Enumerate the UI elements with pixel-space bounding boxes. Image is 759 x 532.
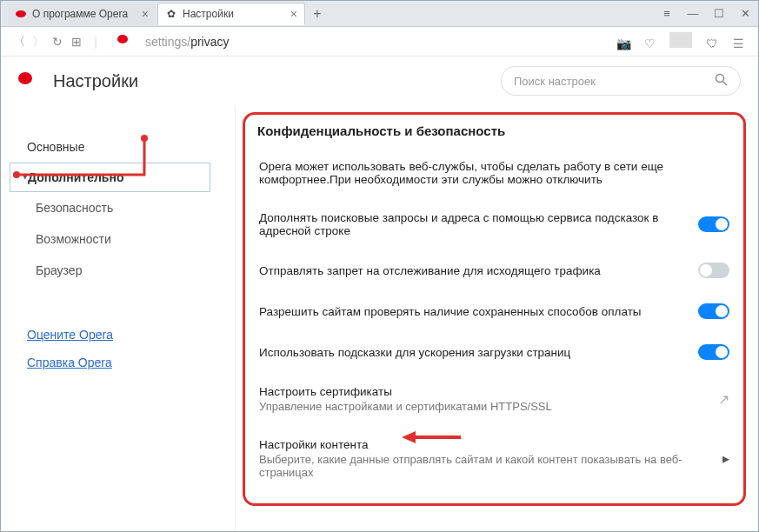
sidebar-item-label: Браузер: [36, 263, 82, 277]
forward-button[interactable]: 〉: [29, 34, 48, 50]
close-icon[interactable]: ×: [290, 7, 297, 21]
row-payments[interactable]: Разрешить сайтам проверять наличие сохра…: [254, 290, 735, 331]
new-tab-button[interactable]: +: [307, 3, 328, 24]
row-dnt[interactable]: Отправлять запрет на отслеживание для ис…: [254, 249, 735, 290]
sidebar-link-help[interactable]: Справка Opera: [1, 349, 235, 376]
sidebar-item-label: Безопасность: [36, 201, 113, 215]
opera-icon: [15, 8, 27, 20]
window-controls: ≡ — ☐ ✕: [654, 7, 758, 20]
row-text: Использовать подсказки для ускорения заг…: [259, 346, 681, 359]
svg-point-0: [716, 75, 724, 83]
row-suggest[interactable]: Дополнять поисковые запросы и адреса с п…: [254, 198, 735, 249]
close-button[interactable]: ✕: [732, 7, 758, 20]
maximize-button[interactable]: ☐: [706, 7, 732, 20]
panel-title: Конфиденциальность и безопасность: [254, 120, 735, 147]
sidebar-item-label: Оцените Opera: [27, 328, 113, 342]
toggle-suggest[interactable]: [698, 216, 729, 232]
url-prefix: settings/: [145, 35, 190, 49]
sidebar-item-advanced[interactable]: ▾ Дополнительно: [10, 163, 210, 192]
toggle-preload[interactable]: [698, 344, 729, 360]
privacy-panel: Конфиденциальность и безопасность Opera …: [243, 112, 746, 506]
settings-header: Настройки Поиск настроек: [1, 57, 758, 105]
row-text: Opera может использовать веб-службы, что…: [259, 160, 712, 186]
search-placeholder: Поиск настроек: [514, 75, 715, 88]
settings-content: Конфиденциальность и безопасность Opera …: [236, 105, 758, 532]
external-link-icon: ↗: [718, 391, 729, 408]
search-icon: [715, 73, 728, 89]
chevron-right-icon: ▸: [722, 450, 729, 467]
url-display[interactable]: settings/privacy: [145, 35, 612, 49]
settings-sidebar: Основные ▾ Дополнительно Безопасность Во…: [1, 105, 236, 532]
row-content-settings[interactable]: Настройки контента Выберите, какие данны…: [254, 425, 735, 491]
minimize-button[interactable]: —: [680, 7, 706, 20]
sidebar-link-rate[interactable]: Оцените Opera: [1, 321, 235, 349]
opera-icon: [117, 32, 136, 51]
tab-label: Настройки: [183, 8, 285, 20]
sidebar-item-label: Дополнительно: [28, 170, 123, 184]
sidebar-item-label: Основные: [27, 140, 84, 154]
annotation-arrow: [402, 428, 463, 447]
svg-line-1: [723, 82, 727, 85]
row-title: Настроить сертификаты: [259, 385, 692, 398]
sidebar-item-basic[interactable]: Основные: [1, 131, 235, 163]
row-certificates[interactable]: Настроить сертификаты Управление настрой…: [254, 372, 735, 425]
tab-settings[interactable]: ✿ Настройки ×: [157, 3, 305, 25]
tab-strip: О программе Opera × ✿ Настройки × + ≡ — …: [1, 1, 758, 27]
gear-icon: ✿: [165, 8, 177, 20]
search-input[interactable]: Поиск настроек: [501, 66, 741, 96]
speed-dial-button[interactable]: ⊞: [67, 35, 86, 49]
sidebar-item-browser[interactable]: Браузер: [1, 255, 235, 286]
row-subtitle: Управление настройками и сертификатами H…: [259, 400, 692, 413]
tab-label: О программе Opera: [32, 8, 136, 20]
sidebar-item-label: Возможности: [36, 232, 111, 246]
close-icon[interactable]: ×: [142, 7, 149, 21]
row-text: Дополнять поисковые запросы и адреса с п…: [259, 211, 681, 237]
snapshot-icon[interactable]: 📷: [612, 37, 635, 50]
opera-logo: [18, 69, 43, 93]
row-title: Настройки контента: [259, 438, 696, 451]
toggle-dnt[interactable]: [698, 263, 729, 278]
heart-icon[interactable]: ♡: [638, 37, 661, 50]
reload-button[interactable]: ↻: [48, 35, 67, 49]
row-intro: Opera может использовать веб-службы, что…: [254, 147, 735, 198]
separator: [669, 32, 692, 48]
address-bar: 〈 〉 ↻ ⊞ | settings/privacy 📷 ♡ 🛡 ☰: [1, 27, 758, 57]
toggle-payments[interactable]: [698, 303, 729, 319]
sidebar-item-features[interactable]: Возможности: [1, 223, 235, 255]
tab-about-opera[interactable]: О программе Opera ×: [8, 3, 156, 25]
caret-down-icon: ▾: [23, 170, 28, 182]
sidebar-item-label: Справка Opera: [27, 356, 112, 369]
page-title: Настройки: [53, 71, 138, 91]
menu-icon[interactable]: ≡: [654, 7, 680, 20]
easy-setup-icon[interactable]: ☰: [727, 37, 749, 50]
row-text: Разрешить сайтам проверять наличие сохра…: [259, 305, 681, 318]
url-path: privacy: [190, 35, 229, 49]
svg-marker-5: [402, 431, 416, 443]
row-text: Отправлять запрет на отслеживание для ис…: [259, 264, 681, 277]
row-preload[interactable]: Использовать подсказки для ускорения заг…: [254, 331, 735, 372]
row-subtitle: Выберите, какие данные отправлять сайтам…: [259, 453, 696, 479]
back-button[interactable]: 〈: [10, 34, 29, 50]
shield-icon[interactable]: 🛡: [701, 37, 723, 50]
sidebar-item-security[interactable]: Безопасность: [1, 192, 235, 223]
